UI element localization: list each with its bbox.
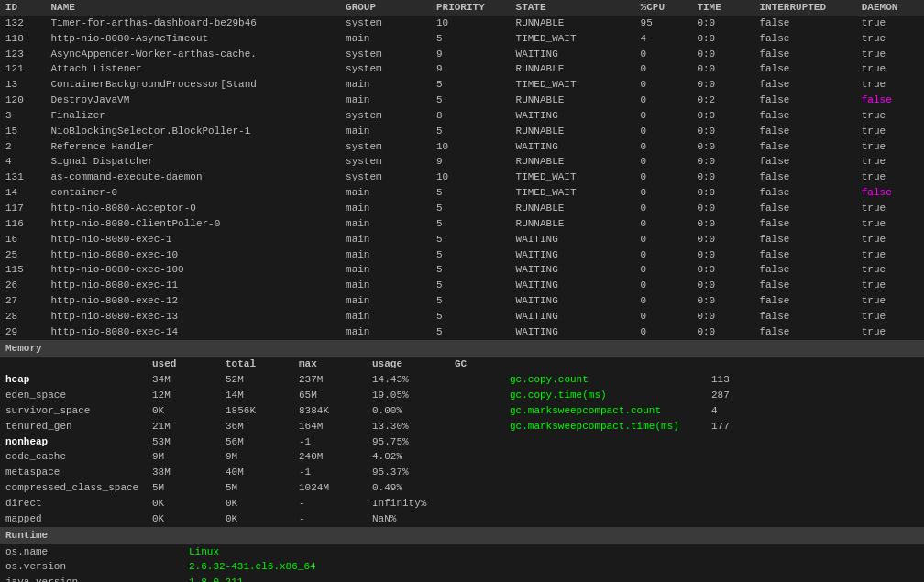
thread-group: system (340, 170, 431, 185)
table-row: 2 Reference Handler system 10 WAITING 0 … (0, 139, 924, 155)
table-row: 27 http-nio-8080-exec-12 main 5 WAITING … (0, 293, 924, 309)
thread-name: http-nio-8080-ClientPoller-0 (45, 216, 340, 232)
threads-header-row: ID NAME GROUP PRIORITY STATE %CPU TIME I… (0, 0, 924, 16)
mem-gc-val: 4 (706, 403, 924, 419)
mem-label: heap (0, 372, 147, 388)
thread-name: Finalizer (45, 108, 340, 124)
mem-gc-spacer (449, 372, 504, 388)
thread-id: 123 (0, 47, 45, 62)
runtime-key: os.name (0, 544, 183, 560)
mem-gc-key (504, 465, 706, 480)
thread-cpu: 0 (635, 262, 692, 278)
thread-state: WAITING (511, 278, 635, 293)
thread-id: 117 (0, 201, 45, 216)
runtime-key: java.version (0, 575, 183, 582)
mem-gc-key (504, 511, 706, 527)
col-header-daemon: DAEMON (856, 0, 924, 16)
thread-name: DestroyJavaVM (45, 93, 340, 108)
mem-label: nonheap (0, 434, 147, 450)
mem-max: - (293, 511, 367, 527)
thread-time: 0:0 (691, 278, 754, 293)
mem-max: -1 (293, 434, 367, 450)
table-row: 29 http-nio-8080-exec-14 main 5 WAITING … (0, 324, 924, 340)
runtime-section-header: Runtime (0, 527, 924, 544)
list-item: direct 0K 0K - Infinity% (0, 496, 924, 511)
thread-name: Timer-for-arthas-dashboard-be29b46 (45, 16, 340, 31)
runtime-tbody: os.name Linux os.version 2.6.32-431.el6.… (0, 544, 924, 582)
thread-cpu: 95 (635, 16, 692, 31)
thread-daemon: true (856, 278, 924, 293)
thread-name: Signal Dispatcher (45, 154, 340, 170)
thread-interrupted: false (754, 154, 855, 170)
table-row: 123 AsyncAppender-Worker-arthas-cache. s… (0, 47, 924, 62)
mem-gc-spacer (449, 419, 504, 434)
mem-usage: NaN% (367, 511, 449, 527)
mem-col-total: total (220, 357, 293, 372)
thread-priority: 5 (431, 293, 511, 309)
runtime-val: Linux (183, 544, 924, 560)
thread-group: system (340, 108, 431, 124)
thread-daemon: true (856, 61, 924, 77)
table-row: 3 Finalizer system 8 WAITING 0 0:0 false… (0, 108, 924, 124)
mem-usage: Infinity% (367, 496, 449, 511)
mem-gc-key: gc.copy.count (504, 372, 706, 388)
thread-interrupted: false (754, 185, 855, 201)
thread-daemon: true (856, 77, 924, 93)
thread-daemon: true (856, 201, 924, 216)
thread-daemon: true (856, 309, 924, 324)
thread-cpu: 0 (635, 278, 692, 293)
thread-group: main (340, 278, 431, 293)
table-row: 132 Timer-for-arthas-dashboard-be29b46 s… (0, 16, 924, 31)
mem-total: 40M (220, 465, 293, 480)
thread-id: 118 (0, 31, 45, 47)
mem-gc-key (504, 449, 706, 465)
mem-gc-spacer (449, 465, 504, 480)
thread-group: main (340, 216, 431, 232)
thread-priority: 5 (431, 31, 511, 47)
table-row: 26 http-nio-8080-exec-11 main 5 WAITING … (0, 278, 924, 293)
table-row: 25 http-nio-8080-exec-10 main 5 WAITING … (0, 247, 924, 263)
thread-state: WAITING (511, 324, 635, 340)
thread-time: 0:0 (691, 139, 754, 155)
thread-interrupted: false (754, 16, 855, 31)
thread-name: container-0 (45, 185, 340, 201)
thread-state: RUNNABLE (511, 216, 635, 232)
thread-time: 0:0 (691, 185, 754, 201)
thread-id: 25 (0, 247, 45, 263)
mem-gc-val (706, 496, 924, 511)
thread-interrupted: false (754, 139, 855, 155)
thread-priority: 5 (431, 262, 511, 278)
mem-gc-spacer (449, 449, 504, 465)
table-row: 118 http-nio-8080-AsyncTimeout main 5 TI… (0, 31, 924, 47)
memory-section-header: Memory (0, 340, 924, 357)
mem-col-usage: usage (367, 357, 449, 372)
list-item: os.name Linux (0, 544, 924, 560)
thread-state: WAITING (511, 293, 635, 309)
mem-total: 0K (220, 496, 293, 511)
mem-gc-spacer (449, 496, 504, 511)
thread-daemon: true (856, 170, 924, 185)
thread-priority: 9 (431, 61, 511, 77)
thread-priority: 5 (431, 77, 511, 93)
list-item: os.version 2.6.32-431.el6.x86_64 (0, 559, 924, 575)
thread-group: main (340, 262, 431, 278)
list-item: compressed_class_space 5M 5M 1024M 0.49% (0, 480, 924, 496)
thread-daemon: true (856, 47, 924, 62)
thread-cpu: 0 (635, 216, 692, 232)
thread-priority: 9 (431, 47, 511, 62)
threads-table: ID NAME GROUP PRIORITY STATE %CPU TIME I… (0, 0, 924, 340)
mem-max: -1 (293, 465, 367, 480)
thread-state: WAITING (511, 47, 635, 62)
thread-id: 14 (0, 185, 45, 201)
col-header-name: NAME (45, 0, 340, 16)
thread-state: WAITING (511, 309, 635, 324)
thread-group: main (340, 324, 431, 340)
thread-id: 120 (0, 93, 45, 108)
thread-priority: 5 (431, 247, 511, 263)
thread-cpu: 0 (635, 124, 692, 139)
thread-group: main (340, 77, 431, 93)
table-row: 115 http-nio-8080-exec-100 main 5 WAITIN… (0, 262, 924, 278)
mem-gc-key (504, 434, 706, 450)
thread-state: TIMED_WAIT (511, 170, 635, 185)
thread-name: http-nio-8080-exec-12 (45, 293, 340, 309)
